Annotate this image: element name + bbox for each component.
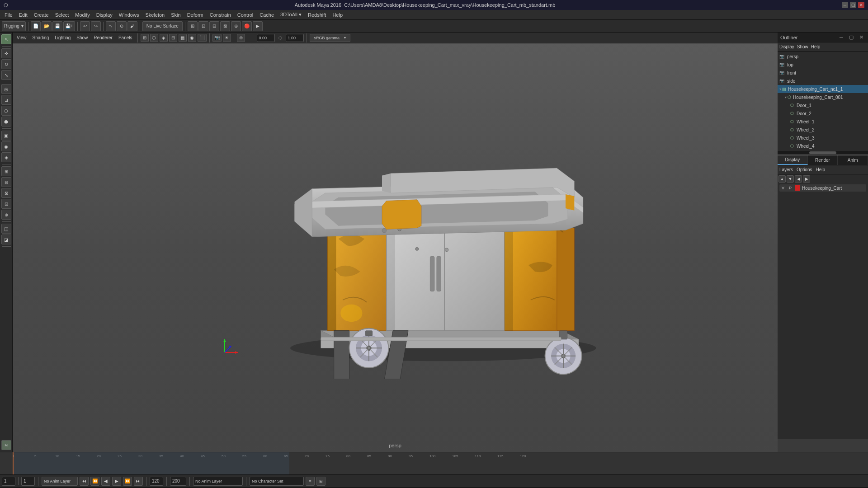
skip-to-start-btn[interactable]: ⏮	[80, 477, 89, 486]
layer-color-swatch[interactable]	[795, 185, 800, 191]
vp-cam-btn[interactable]: 📷	[212, 34, 222, 42]
menu-redshift[interactable]: Redshift	[305, 11, 329, 19]
layer-v-toggle[interactable]: V	[780, 185, 786, 191]
vp-shade-btn[interactable]: ◉	[188, 34, 196, 42]
viewport-lighting-menu[interactable]: Lighting	[52, 34, 73, 41]
outliner-item-cart001[interactable]: ▾ ⬡ Housekeeping_Cart_001	[778, 93, 868, 101]
sculpt-btn[interactable]: ⊿	[1, 95, 11, 105]
lasso-btn[interactable]: ⊙	[117, 21, 127, 31]
paint-skin-btn[interactable]: ⬡	[1, 106, 11, 116]
new-scene-btn[interactable]: 📄	[31, 21, 41, 31]
menu-file[interactable]: File	[2, 11, 15, 19]
timeline-bar[interactable]: 1 5 10 15 20 25 30 35 40 45 50 55 60 65 …	[0, 452, 868, 474]
snap2[interactable]: ⊡	[198, 21, 208, 31]
paint-btn[interactable]: 🖌	[127, 21, 137, 31]
outliner-item-wheel1[interactable]: ⬡ Wheel_1	[778, 117, 868, 126]
outliner-item-side[interactable]: 📷 side	[778, 77, 868, 85]
render-btn[interactable]: 🔴	[242, 21, 252, 31]
layer-up-btn[interactable]: ▲	[778, 175, 786, 183]
layer-btn1[interactable]: ⊞	[1, 166, 11, 176]
end-frame-field[interactable]: 120	[150, 477, 163, 486]
viewport-show-menu[interactable]: Show	[74, 34, 90, 41]
layers-subtab[interactable]: Layers	[779, 167, 793, 172]
poly-mode-btn[interactable]: ▣	[1, 131, 11, 141]
display-tab[interactable]: Display	[778, 155, 808, 165]
layer-right-btn[interactable]: ▶	[803, 175, 810, 183]
render-tab[interactable]: Render	[808, 155, 838, 165]
open-btn[interactable]: 📂	[42, 21, 52, 31]
extra-btn2[interactable]: ◪	[1, 235, 11, 244]
vp-value1[interactable]: 0.00	[257, 34, 275, 42]
scale-tool-btn[interactable]: ⤡	[1, 70, 11, 80]
anim-tab[interactable]: Anim	[838, 155, 868, 165]
menu-modify[interactable]: Modify	[72, 11, 92, 19]
outliner-item-wheel4[interactable]: ⬡ Wheel_4	[778, 142, 868, 150]
layer-btn5[interactable]: ⊕	[1, 210, 11, 220]
layer-btn4[interactable]: ⊡	[1, 199, 11, 209]
move-tool-btn[interactable]: ✛	[1, 48, 11, 58]
vp-light-btn[interactable]: ☀	[223, 34, 231, 42]
maya-icon[interactable]: M	[1, 440, 11, 450]
outliner-minimize[interactable]: ─	[837, 33, 845, 42]
menu-cache[interactable]: Cache	[257, 11, 277, 19]
save-btn[interactable]: 💾	[52, 21, 62, 31]
outliner-show-menu[interactable]: Show	[797, 44, 808, 49]
outliner-hscrollbar[interactable]	[778, 151, 868, 155]
layer-down-btn[interactable]: ▼	[787, 175, 794, 183]
outliner-item-door2[interactable]: ⬡ Door_2	[778, 109, 868, 117]
viewport-shading-menu[interactable]: Shading	[30, 34, 52, 41]
minimize-button[interactable]: ─	[842, 2, 848, 8]
undo-btn[interactable]: ↩	[80, 21, 90, 31]
select-tool-btn[interactable]: ↖	[1, 34, 11, 44]
housekeeping-cart-layer[interactable]: V P Housekeeping_Cart	[779, 184, 866, 192]
menu-skin[interactable]: Skin	[168, 11, 183, 19]
outliner-item-front[interactable]: 📷 front	[778, 69, 868, 77]
no-live-btn[interactable]: No Live Surface	[142, 21, 183, 31]
vp-btn4[interactable]: ⊟	[169, 34, 177, 42]
close-button[interactable]: ✕	[858, 2, 864, 8]
outliner-display-menu[interactable]: Display	[779, 44, 794, 49]
outliner-item-persp[interactable]: 📷 persp	[778, 52, 868, 61]
window-controls[interactable]: ─ ▢ ✕	[842, 2, 864, 8]
char-set-btn1[interactable]: ≡	[306, 477, 315, 486]
outliner-restore[interactable]: ▢	[847, 33, 855, 42]
restore-button[interactable]: ▢	[850, 2, 856, 8]
outliner-item-group[interactable]: ▾ ▤ Housekeeping_Cart_nc1_1	[778, 85, 868, 93]
step-back-btn[interactable]: ⏪	[90, 477, 99, 486]
outliner-window-controls[interactable]: ─ ▢ ✕	[837, 33, 865, 42]
char-set-field[interactable]: No Character Set	[250, 477, 304, 486]
layer-btn2[interactable]: ⊟	[1, 177, 11, 187]
soft-mod-btn[interactable]: ◎	[1, 84, 11, 94]
select-btn[interactable]: ↖	[106, 21, 116, 31]
outliner-item-door1[interactable]: ⬡ Door_1	[778, 101, 868, 109]
menu-3dtoall[interactable]: 3DToAll ▾	[278, 11, 304, 19]
rotate-tool-btn[interactable]: ↻	[1, 59, 11, 69]
viewport-renderer-menu[interactable]: Renderer	[91, 34, 115, 41]
outliner-close[interactable]: ✕	[857, 33, 865, 42]
outliner-item-wheel2[interactable]: ⬡ Wheel_2	[778, 126, 868, 134]
snap5[interactable]: ⊕	[231, 21, 241, 31]
step-forward-btn[interactable]: ⏩	[123, 477, 132, 486]
menu-select[interactable]: Select	[52, 11, 72, 19]
outliner-item-top[interactable]: 📷 top	[778, 61, 868, 69]
vp-resolution-btn[interactable]: ⊕	[237, 34, 245, 42]
outliner-item-wheel3[interactable]: ⬡ Wheel_3	[778, 134, 868, 142]
vp-btn3[interactable]: ◈	[160, 34, 168, 42]
skip-to-end-btn[interactable]: ⏭	[134, 477, 143, 486]
vp-wire-btn[interactable]: ▦	[179, 34, 187, 42]
save-as-btn[interactable]: 💾+	[63, 21, 75, 31]
outliner-help-menu[interactable]: Help	[811, 44, 821, 49]
redo-btn[interactable]: ↪	[91, 21, 101, 31]
menu-skeleton[interactable]: Skeleton	[142, 11, 167, 19]
snap4[interactable]: ⊠	[220, 21, 230, 31]
char-set-btn2[interactable]: ⊞	[316, 477, 326, 486]
playback-end-field[interactable]: 200	[170, 477, 186, 486]
vp-tex-btn[interactable]: ⬛	[198, 34, 207, 42]
viewport-view-menu[interactable]: View	[14, 34, 29, 41]
menu-edit[interactable]: Edit	[16, 11, 30, 19]
current-frame-start[interactable]: 1	[21, 477, 35, 486]
menu-deform[interactable]: Deform	[184, 11, 206, 19]
anim-layer-field[interactable]: No Anim Layer	[193, 477, 243, 486]
cluster-btn[interactable]: ⬢	[1, 117, 11, 127]
viewport-3d[interactable]: persp	[13, 43, 778, 452]
